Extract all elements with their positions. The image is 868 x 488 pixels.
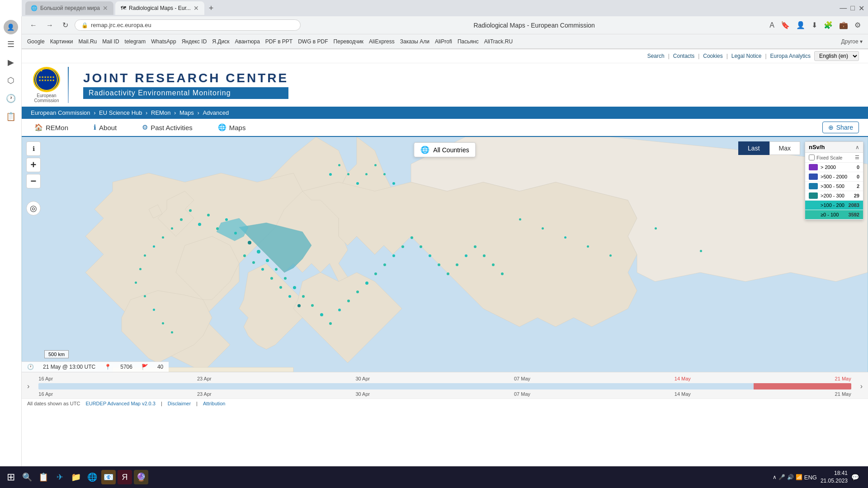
map-container[interactable]: ℹ + − ◎ 🌐 All Countries Last Max nSv/h ∧… bbox=[22, 137, 868, 372]
legal-notice-link[interactable]: Legal Notice bbox=[731, 53, 762, 59]
tab-1[interactable]: 🌐 Большой передел мира ✕ bbox=[25, 1, 113, 15]
last-button[interactable]: Last bbox=[738, 141, 769, 155]
url-text[interactable]: remap.jrc.ec.europa.eu bbox=[91, 22, 151, 28]
contacts-link[interactable]: Contacts bbox=[673, 53, 694, 59]
home-icon: 🏠 bbox=[34, 123, 43, 131]
taskbar-task-view[interactable]: 📋 bbox=[36, 470, 51, 484]
search-link[interactable]: Search bbox=[647, 53, 665, 59]
taskbar-browser[interactable]: 🌐 bbox=[85, 470, 99, 484]
bookmark-alitrack[interactable]: AliTrack.RU bbox=[484, 38, 513, 45]
sidebar-icon-5[interactable]: 📋 bbox=[3, 108, 19, 125]
max-button[interactable]: Max bbox=[769, 141, 800, 155]
tab1-close[interactable]: ✕ bbox=[103, 5, 108, 12]
translate-icon[interactable]: A bbox=[768, 19, 776, 31]
bookmark-mailid[interactable]: Mail ID bbox=[102, 38, 119, 45]
ec-logo-circle: ★★★★★★ ★★★★★★ bbox=[33, 67, 60, 92]
settings-icon[interactable]: ⚙ bbox=[853, 19, 863, 31]
bookmark-ali[interactable]: AliExpress bbox=[369, 38, 395, 45]
taskbar-yandex[interactable]: Я bbox=[118, 470, 132, 484]
breadcrumb-hub[interactable]: EU Science Hub bbox=[99, 109, 142, 116]
tab-2[interactable]: 🗺 Radiological Maps - Eur... ✕ bbox=[115, 1, 204, 15]
reload-button[interactable]: ↻ bbox=[60, 19, 71, 31]
fixed-scale-checkbox[interactable] bbox=[809, 155, 815, 160]
nav-about[interactable]: ℹ About bbox=[90, 122, 120, 133]
bookmark-yandex[interactable]: Яндекс ID bbox=[182, 38, 207, 45]
taskbar-speaker-icon[interactable]: 🔊 bbox=[787, 474, 794, 480]
taskbar-chrome[interactable]: 🔮 bbox=[134, 470, 148, 484]
main-nav-menu: 🏠 REMon ℹ About ⚙ Past Activities 🌐 Maps… bbox=[22, 119, 868, 137]
taskbar-mail[interactable]: 📧 bbox=[101, 470, 116, 484]
attribution-link[interactable]: Attribution bbox=[203, 401, 226, 406]
legend-item-row-1: >500 - 2000 bbox=[809, 174, 847, 180]
download-icon[interactable]: ⬇ bbox=[810, 19, 819, 31]
back-button[interactable]: ← bbox=[27, 19, 40, 31]
svg-text:★★★★★★: ★★★★★★ bbox=[38, 75, 55, 79]
bookmark-patience[interactable]: Пасьянс bbox=[458, 38, 479, 45]
nav-past-activities[interactable]: ⚙ Past Activities bbox=[138, 122, 196, 133]
legend-menu-icon[interactable]: ☰ bbox=[855, 155, 859, 160]
bookmark-dwg[interactable]: DWG в PDF bbox=[298, 38, 328, 45]
taskbar-network-icon[interactable]: 📶 bbox=[796, 474, 802, 480]
breadcrumb-ec[interactable]: European Commission bbox=[31, 109, 90, 116]
page-title-bar: Radiological Maps - European Commission bbox=[304, 22, 764, 29]
profile-icon[interactable]: 👤 bbox=[794, 19, 807, 31]
cookies-link[interactable]: Cookies bbox=[703, 53, 722, 59]
timeline-bar[interactable] bbox=[38, 383, 851, 389]
tab-bar: 🌐 Большой передел мира ✕ 🗺 Radiological … bbox=[22, 0, 868, 16]
sidebar-icon-1[interactable]: ☰ bbox=[3, 36, 19, 52]
bookmark-pdfppt[interactable]: PDF в PPT bbox=[265, 38, 292, 45]
maximize-button[interactable]: □ bbox=[850, 4, 855, 12]
disclaimer-link[interactable]: Disclaimer bbox=[168, 401, 191, 406]
language-selector[interactable]: English (en) bbox=[814, 51, 859, 61]
bookmark-avanturia[interactable]: Авантюра bbox=[235, 38, 259, 45]
bookmark-mailru[interactable]: Mail.Ru bbox=[79, 38, 97, 45]
close-button[interactable]: ✕ bbox=[859, 4, 864, 13]
address-bar[interactable]: 🔒 remap.jrc.ec.europa.eu bbox=[75, 19, 301, 31]
taskbar-explorer[interactable]: 📁 bbox=[69, 470, 83, 484]
bookmark-icon[interactable]: 🔖 bbox=[779, 19, 792, 31]
sidebar-icon-3[interactable]: ⬡ bbox=[3, 72, 19, 89]
country-selector[interactable]: 🌐 All Countries bbox=[414, 142, 476, 157]
breadcrumb-maps[interactable]: Maps bbox=[179, 109, 194, 116]
footer-map-version[interactable]: EURDEP Advanced Map v2.0.3 bbox=[85, 401, 156, 406]
zoom-out-button[interactable]: − bbox=[26, 174, 41, 188]
taskbar-telegram[interactable]: ✈ bbox=[52, 470, 67, 484]
user-avatar[interactable]: 👤 bbox=[4, 20, 18, 34]
bookmarks-more[interactable]: Другое ▾ bbox=[841, 38, 863, 45]
minimize-button[interactable]: — bbox=[840, 4, 847, 12]
legend-item-row-4: >100 - 200 bbox=[809, 202, 844, 208]
share-button[interactable]: ⊕ Share bbox=[822, 122, 859, 133]
taskbar-search[interactable]: 🔍 bbox=[20, 470, 34, 484]
bookmark-orders[interactable]: Заказы Али bbox=[400, 38, 429, 45]
nav-home[interactable]: 🏠 REMon bbox=[31, 122, 72, 133]
nav-maps[interactable]: 🌐 Maps bbox=[214, 122, 250, 133]
breadcrumb-remon[interactable]: REMon bbox=[151, 109, 170, 116]
sidebar-icon-4[interactable]: 🕐 bbox=[3, 90, 19, 107]
bookmark-translator[interactable]: Переводчик bbox=[334, 38, 364, 45]
forward-button[interactable]: → bbox=[43, 19, 56, 31]
legend-collapse-button[interactable]: ∧ bbox=[855, 144, 859, 150]
bookmark-whatsapp[interactable]: WhatsApp bbox=[151, 38, 176, 45]
new-tab-button[interactable]: + bbox=[206, 4, 217, 13]
bookmark-yadisk[interactable]: Я.Диск bbox=[212, 38, 229, 45]
info-button[interactable]: ℹ bbox=[26, 141, 41, 156]
bookmark-telegram[interactable]: telegram bbox=[125, 38, 146, 45]
bookmark-google[interactable]: Google bbox=[27, 38, 45, 45]
taskbar-show-hidden[interactable]: ∧ bbox=[773, 474, 777, 480]
sidebar-icon-2[interactable]: ▶ bbox=[3, 54, 19, 70]
start-button[interactable]: ⊞ bbox=[4, 470, 18, 484]
taskbar-mic-icon[interactable]: 🎤 bbox=[778, 474, 785, 480]
europa-analytics-link[interactable]: Europa Analytics bbox=[770, 53, 811, 59]
eu-flag-icon: ★★★★★★ ★★★★★★ bbox=[35, 68, 58, 91]
taskbar-notification-button[interactable]: 💬 bbox=[851, 474, 859, 481]
bookmark-kartinki[interactable]: Картинки bbox=[50, 38, 73, 45]
extensions-icon[interactable]: 🧩 bbox=[822, 19, 835, 31]
zoom-in-button[interactable]: + bbox=[26, 158, 41, 172]
location-button[interactable]: ◎ bbox=[26, 201, 41, 216]
legend-item-row-2: >300 - 500 bbox=[809, 183, 844, 189]
bookmark-aliprofi[interactable]: AliProfi bbox=[435, 38, 452, 45]
wallet-icon[interactable]: 💼 bbox=[837, 19, 850, 31]
tab2-close[interactable]: ✕ bbox=[193, 5, 199, 12]
timeline-expand-button[interactable]: › bbox=[860, 382, 863, 390]
timeline-collapse-button[interactable]: › bbox=[27, 382, 29, 390]
